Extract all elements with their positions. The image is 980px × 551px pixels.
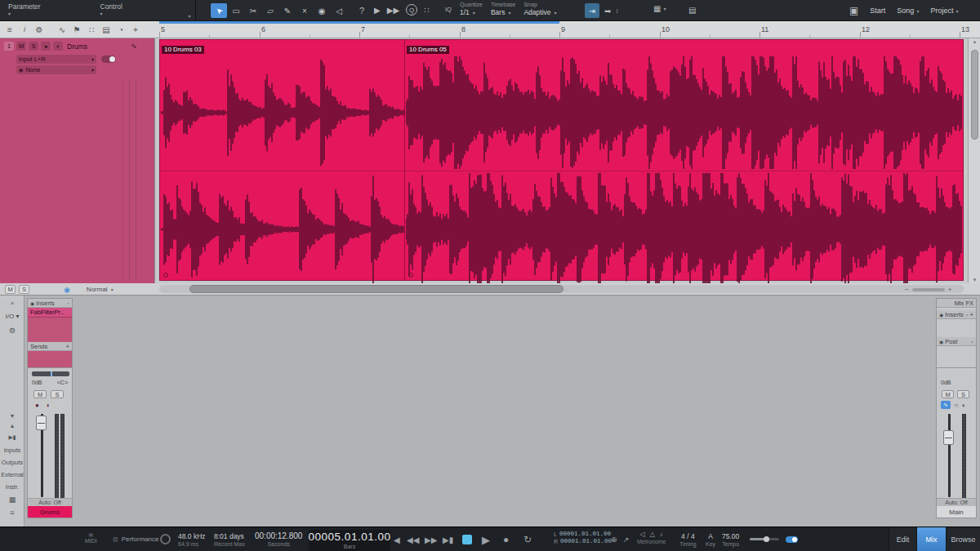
channel-mute-button[interactable]: M xyxy=(33,390,47,398)
steps-icon[interactable]: ▤ xyxy=(100,23,113,36)
midi-indicator[interactable]: ▤ MIDI xyxy=(85,531,97,544)
headphones-icon[interactable]: ∩ xyxy=(954,402,959,409)
io-toggle[interactable]: I/O ▾ xyxy=(0,313,24,320)
zoom-in-icon[interactable]: + xyxy=(948,286,952,293)
song-page-button[interactable]: Song▾ xyxy=(897,7,919,15)
track-name[interactable]: Drums xyxy=(67,42,87,51)
track-input-dropdown[interactable]: Input L+R ▾ xyxy=(16,55,96,64)
automation-mode-button[interactable]: Auto: Off xyxy=(937,498,976,506)
timebase-dropdown[interactable]: Timebase Bars▾ xyxy=(491,2,515,16)
preroll-icon[interactable]: ↗ xyxy=(623,535,630,544)
channel-name-tag[interactable]: Drums xyxy=(28,506,72,518)
sends-header[interactable]: Sends + xyxy=(28,342,72,351)
metronome-icon[interactable]: △ xyxy=(650,531,655,538)
snap-dropdown[interactable]: Snap Adaptive▾ xyxy=(523,2,556,16)
key-display[interactable]: A Key xyxy=(706,532,715,547)
track-record-arm-button[interactable]: ● xyxy=(41,42,51,51)
click-note-icon[interactable]: ♪ xyxy=(660,531,663,538)
fader-handle[interactable] xyxy=(943,430,954,445)
add-track-icon[interactable]: + xyxy=(129,23,142,36)
zoom-slider[interactable] xyxy=(912,288,945,291)
monitor-icon[interactable]: ▣ xyxy=(849,5,858,16)
global-solo-button[interactable]: S xyxy=(19,285,29,294)
forward-button[interactable]: ▶▶ xyxy=(425,535,437,544)
help-button[interactable]: ? xyxy=(356,5,368,16)
automation-mode-dropdown[interactable]: Normal ▾ xyxy=(87,286,114,293)
audio-clip-drums-05[interactable]: 10 Drums 05 xyxy=(404,39,964,281)
inserts-empty-zone[interactable] xyxy=(937,319,976,337)
automation-wave-icon[interactable]: ∿ xyxy=(56,23,69,36)
project-page-button[interactable]: Project▾ xyxy=(930,7,958,15)
clock-icon[interactable]: ◔ xyxy=(114,23,127,36)
quantize-dropdown[interactable]: Quantize 1/1▾ xyxy=(460,2,483,16)
mute-tool-button[interactable]: × xyxy=(296,3,313,18)
grid-dropdown[interactable]: ▦ ▾ xyxy=(653,4,666,13)
next-bar-button[interactable]: ▶▮ xyxy=(443,535,453,544)
start-page-button[interactable]: Start xyxy=(870,7,885,15)
vertical-scrollbar[interactable]: ▲ ▼ xyxy=(968,38,980,283)
sends-empty-zone[interactable] xyxy=(28,351,72,368)
recordmax-display[interactable]: 8:01 days Record Max xyxy=(214,532,245,547)
inserts-header[interactable]: ◉ Inserts ▾ xyxy=(28,299,72,308)
layers-icon[interactable]: ▤ xyxy=(688,6,696,15)
play-pause-icon[interactable]: ▶▮ xyxy=(0,434,24,441)
clip-gain-handle[interactable] xyxy=(408,273,413,278)
global-mute-button[interactable]: M xyxy=(5,285,16,294)
timesig-display[interactable]: 4 / 4 Timing xyxy=(679,532,697,547)
gain-value[interactable]: 0dB xyxy=(32,380,42,385)
collapse-down-icon[interactable]: ▼ xyxy=(0,413,24,419)
rail-instr-button[interactable]: Instr. xyxy=(0,483,24,491)
param-expand-button[interactable]: ▾ xyxy=(184,0,195,21)
record-button[interactable]: ● xyxy=(503,534,509,545)
keyboard-icon[interactable]: ▦ xyxy=(0,495,24,504)
range-tool-button[interactable]: ▭ xyxy=(228,3,244,18)
rail-external-button[interactable]: External xyxy=(0,471,24,478)
bars-display[interactable]: 00005.01.01.00 Bars xyxy=(309,530,390,551)
post-header[interactable]: ◉ Post ▾ xyxy=(937,337,976,346)
loop-range-display[interactable]: L00001.01.01.00 R00001.01.01.00 xyxy=(554,531,612,544)
click-enable-toggle[interactable] xyxy=(786,536,798,543)
wrench-icon[interactable]: ⚙ xyxy=(0,327,24,335)
mixfx-header[interactable]: Mix FX xyxy=(937,299,976,308)
plus-icon[interactable]: + xyxy=(66,343,69,350)
loop-button[interactable]: ↻ xyxy=(523,534,532,545)
horizontal-scroll-thumb[interactable] xyxy=(189,285,564,293)
banks-list-icon[interactable]: ≡ xyxy=(0,509,24,517)
autopunch-icon[interactable]: ⊕ xyxy=(611,535,617,544)
precount-icon[interactable]: ◁ xyxy=(640,531,645,538)
scroll-down-arrow-icon[interactable]: ▼ xyxy=(969,278,980,282)
select-tool-button[interactable]: ➤ xyxy=(211,3,227,18)
horizontal-scrollbar[interactable] xyxy=(159,285,964,293)
mono-toggle-icon[interactable]: ◐ xyxy=(962,402,966,409)
wrench-icon[interactable]: ⚙ xyxy=(33,23,46,36)
channel-mute-button[interactable]: M xyxy=(942,390,954,398)
inserts-header[interactable]: ◉ Inserts ▾ + xyxy=(937,310,976,319)
tempo-display[interactable]: 75.00 Tempo xyxy=(722,532,739,547)
marker-flag-icon[interactable]: ⚑ xyxy=(70,23,83,36)
autoscroll-icon[interactable]: ➡ xyxy=(604,7,611,16)
macro-grid-icon[interactable]: ∷ xyxy=(424,6,429,15)
track-header-panel[interactable]: 1 M S ● ◐ Drums ∿ Input L+R ▾ ◈ xyxy=(0,38,155,283)
control-dropdown[interactable]: Control ▾ xyxy=(92,0,185,21)
gain-value[interactable]: 0dB xyxy=(941,380,951,385)
stop-button[interactable] xyxy=(462,535,472,544)
ruler-scale[interactable]: 5 6 7 8 9 10 11 12 13 xyxy=(155,21,980,38)
plus-icon[interactable]: + xyxy=(970,311,973,318)
track-output-dropdown[interactable]: ◈ None ▾ xyxy=(16,65,96,74)
seconds-display[interactable]: 00:00:12.800 Seconds xyxy=(255,531,302,547)
clip-gain-handle[interactable] xyxy=(163,273,168,278)
track-list-icon[interactable]: ≡ xyxy=(3,23,16,36)
performance-gauge-icon[interactable] xyxy=(160,534,171,544)
dots-icon[interactable]: ∷ xyxy=(85,23,98,36)
mix-view-button[interactable]: Mix xyxy=(916,527,946,551)
fader-handle[interactable] xyxy=(36,415,47,430)
track-solo-button[interactable]: S xyxy=(29,42,38,51)
prev-bar-button[interactable]: ◀ xyxy=(394,535,400,544)
click-volume-slider[interactable] xyxy=(750,538,779,540)
zoom-out-icon[interactable]: − xyxy=(905,286,909,293)
inspector-icon[interactable]: i xyxy=(18,23,31,36)
audition-button[interactable]: ∿ xyxy=(941,401,951,409)
vertical-scroll-thumb[interactable] xyxy=(971,50,978,140)
track-monitor-button[interactable]: ◐ xyxy=(53,42,63,51)
performance-button[interactable]: ▥ Performance xyxy=(113,535,158,543)
